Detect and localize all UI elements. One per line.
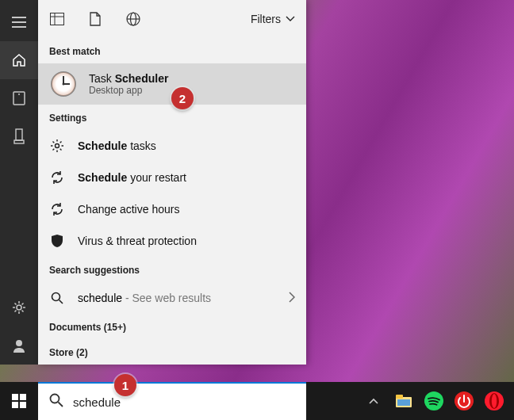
menu-icon[interactable] xyxy=(0,3,38,41)
settings-icon[interactable] xyxy=(0,288,38,326)
search-icon xyxy=(49,393,63,410)
annotation-callout-2: 2 xyxy=(171,87,194,109)
svg-line-33 xyxy=(59,403,63,407)
documents-scope-icon[interactable] xyxy=(87,11,103,27)
apps-scope-icon[interactable] xyxy=(49,11,65,27)
svg-line-19 xyxy=(59,300,63,304)
tray-overflow-icon[interactable] xyxy=(360,388,387,414)
settings-item-virus-protection[interactable]: Virus & threat protection xyxy=(38,225,306,257)
svg-rect-20 xyxy=(12,394,18,400)
spotify-icon[interactable] xyxy=(420,388,447,414)
recent-app-icon-2[interactable] xyxy=(0,117,38,155)
svg-rect-22 xyxy=(12,402,18,408)
windows-logo-icon xyxy=(12,394,26,408)
recent-app-icon-1[interactable] xyxy=(0,79,38,117)
svg-rect-21 xyxy=(20,394,26,400)
svg-point-18 xyxy=(52,293,60,301)
sync-icon xyxy=(49,170,65,185)
web-result-label: schedule - See web results xyxy=(78,292,211,304)
svg-point-32 xyxy=(51,395,59,403)
filters-label: Filters xyxy=(251,13,281,25)
settings-section-label: Settings xyxy=(38,105,306,130)
list-item-label: Schedule tasks xyxy=(78,139,156,152)
start-button[interactable] xyxy=(0,382,38,420)
svg-rect-23 xyxy=(20,402,26,408)
store-section-label[interactable]: Store (2) xyxy=(38,339,306,365)
search-results-panel: Filters Best match Task Scheduler Deskto… xyxy=(38,0,306,365)
svg-point-17 xyxy=(56,144,59,148)
svg-rect-26 xyxy=(397,399,410,406)
user-icon[interactable] xyxy=(0,326,38,365)
search-icon xyxy=(49,290,65,306)
search-panel-header: Filters xyxy=(38,0,306,38)
start-rail xyxy=(0,0,38,365)
settings-item-schedule-tasks[interactable]: Schedule tasks xyxy=(38,130,306,162)
list-item-label: Virus & threat protection xyxy=(78,235,197,247)
web-scope-icon[interactable] xyxy=(125,11,141,27)
annotation-callout-1: 1 xyxy=(114,374,136,396)
web-result-schedule[interactable]: schedule - See web results xyxy=(38,282,306,314)
list-item-label: Change active hours xyxy=(78,203,179,216)
gear-icon xyxy=(49,138,65,154)
system-tray xyxy=(360,382,514,420)
best-match-label: Best match xyxy=(38,38,306,63)
power-icon[interactable] xyxy=(451,388,478,414)
best-match-subtitle: Desktop app xyxy=(89,85,168,96)
chevron-right-icon xyxy=(289,292,295,305)
clock-icon xyxy=(49,70,78,98)
opera-icon[interactable] xyxy=(481,388,508,414)
documents-section-label[interactable]: Documents (15+) xyxy=(38,314,306,339)
svg-point-16 xyxy=(63,83,65,86)
chevron-down-icon xyxy=(286,16,295,22)
home-icon[interactable] xyxy=(0,41,38,79)
settings-item-change-active-hours[interactable]: Change active hours xyxy=(38,193,306,225)
file-explorer-icon[interactable] xyxy=(390,388,417,414)
settings-item-schedule-restart[interactable]: Schedule your restart xyxy=(38,162,306,193)
svg-point-1 xyxy=(18,94,20,95)
filters-dropdown[interactable]: Filters xyxy=(251,13,295,25)
search-suggestions-label: Search suggestions xyxy=(38,257,306,282)
svg-rect-25 xyxy=(396,395,403,399)
svg-rect-3 xyxy=(14,140,24,143)
svg-point-5 xyxy=(16,340,22,346)
svg-rect-2 xyxy=(16,129,22,140)
list-item-label: Schedule your restart xyxy=(78,171,186,184)
svg-point-31 xyxy=(492,394,497,408)
shield-icon xyxy=(49,233,65,249)
search-box[interactable] xyxy=(38,382,306,420)
best-match-title: Task Scheduler xyxy=(89,72,168,85)
svg-point-4 xyxy=(17,305,21,310)
search-input[interactable] xyxy=(73,395,295,409)
sync-icon xyxy=(49,201,65,217)
svg-rect-6 xyxy=(51,13,64,25)
